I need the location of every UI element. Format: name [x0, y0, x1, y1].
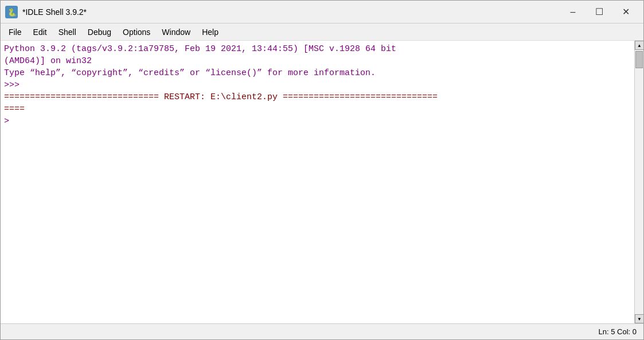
- menu-options[interactable]: Options: [117, 25, 156, 39]
- maximize-button[interactable]: ☐: [586, 3, 612, 21]
- menu-file[interactable]: File: [3, 25, 28, 39]
- scroll-up-button[interactable]: ▲: [635, 41, 643, 50]
- shell-prompt-1: >>>: [4, 79, 631, 91]
- shell-line-1: Python 3.9.2 (tags/v3.9.2:1a79785, Feb 1…: [4, 43, 631, 67]
- scrollbar-thumb[interactable]: [635, 51, 643, 68]
- scroll-down-button[interactable]: ▼: [635, 314, 643, 323]
- title-bar: 🐍 *IDLE Shell 3.9.2* – ☐ ✕: [1, 1, 643, 24]
- window-controls: – ☐ ✕: [560, 3, 639, 21]
- shell-restart-line: ============================== RESTART: …: [4, 91, 631, 115]
- menu-bar: File Edit Shell Debug Options Window Hel…: [1, 24, 643, 41]
- minimize-button[interactable]: –: [560, 3, 586, 21]
- status-bar: Ln: 5 Col: 0: [1, 323, 643, 339]
- python-version-text: Python 3.9.2 (tags/v3.9.2:1a79785, Feb 1…: [4, 44, 396, 66]
- scrollbar-track[interactable]: [635, 50, 643, 314]
- menu-help[interactable]: Help: [196, 25, 224, 39]
- cursor-position: Ln: 5 Col: 0: [599, 327, 637, 336]
- svg-text:🐍: 🐍: [7, 7, 17, 17]
- idle-window: 🐍 *IDLE Shell 3.9.2* – ☐ ✕ File Edit She…: [0, 0, 644, 340]
- menu-edit[interactable]: Edit: [28, 25, 53, 39]
- menu-window[interactable]: Window: [156, 25, 196, 39]
- scrollbar: ▲ ▼: [634, 41, 643, 323]
- shell-output[interactable]: Python 3.9.2 (tags/v3.9.2:1a79785, Feb 1…: [1, 41, 634, 323]
- shell-content: Python 3.9.2 (tags/v3.9.2:1a79785, Feb 1…: [1, 41, 643, 323]
- menu-shell[interactable]: Shell: [53, 25, 82, 39]
- shell-line-2: Type “help”, “copyright”, “credits” or “…: [4, 67, 631, 79]
- menu-debug[interactable]: Debug: [82, 25, 117, 39]
- shell-prompt-2: >: [4, 115, 631, 127]
- close-button[interactable]: ✕: [612, 3, 639, 21]
- window-title: *IDLE Shell 3.9.2*: [22, 7, 560, 17]
- python-icon: 🐍: [5, 6, 18, 18]
